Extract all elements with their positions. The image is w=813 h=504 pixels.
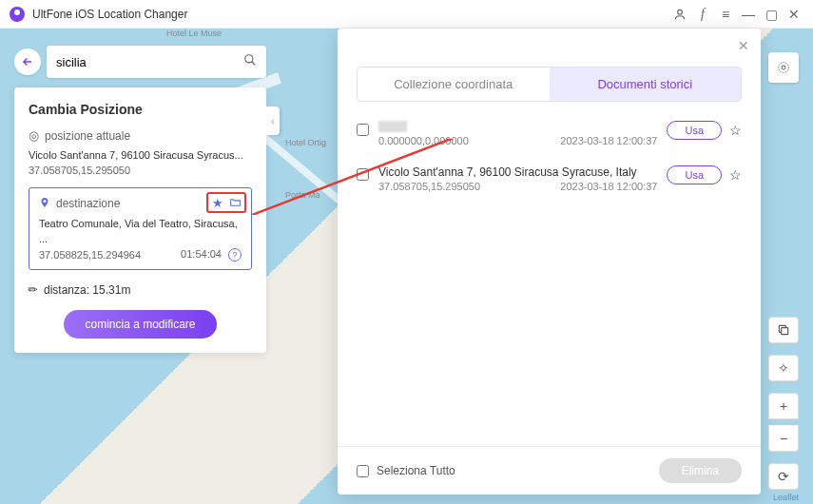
current-location-coords: 37.058705,15.295050 (29, 165, 252, 176)
facebook-icon[interactable]: f (693, 5, 712, 24)
favorite-icon[interactable]: ★ (212, 196, 223, 211)
history-popup: ✕ Collezione coordinata Documenti storic… (338, 29, 761, 494)
destination-time: 01:54:04 (181, 248, 222, 260)
destination-coords: 37.058825,15.294964 (39, 249, 141, 261)
current-location-address: Vicolo Sant'anna 7, 96100 Siracusa Syrac… (29, 148, 252, 163)
account-icon[interactable] (670, 5, 689, 24)
location-panel: ‹ Cambia Posizione ◎ posizione attuale V… (14, 87, 266, 353)
maximize-icon[interactable]: ▢ (762, 5, 781, 24)
close-icon[interactable]: ✕ (784, 5, 803, 24)
favorite-outline-icon[interactable]: ☆ (729, 123, 742, 138)
distance-label: distanza: 15.31m (44, 283, 130, 297)
close-popup-icon[interactable]: ✕ (738, 38, 749, 53)
svg-point-4 (779, 63, 789, 73)
select-all-label: Seleziona Tutto (377, 464, 455, 477)
zoom-out-button[interactable]: − (768, 425, 799, 452)
destination-block: destinazione ★ Teatro Comunale, Via del … (29, 187, 252, 270)
history-item: 0.000000,0.000000 2023-03-18 12:00:37 Us… (357, 111, 742, 156)
blurred-address (378, 121, 407, 132)
panel-heading: Cambia Posizione (29, 102, 252, 117)
collapse-panel-button[interactable]: ‹ (266, 107, 280, 135)
start-modify-button[interactable]: comincia a modificare (64, 310, 216, 339)
delete-button[interactable]: Elimina (659, 458, 742, 483)
back-button[interactable] (14, 48, 41, 75)
history-coords: 0.000000,0.000000 (378, 135, 469, 146)
favorite-outline-icon[interactable]: ☆ (729, 167, 742, 183)
title-bar: UltFone iOS Location Changer f ≡ — ▢ ✕ (0, 0, 813, 29)
search-input[interactable] (56, 55, 243, 69)
menu-icon[interactable]: ≡ (716, 5, 735, 24)
target-icon: ◎ (29, 128, 39, 143)
search-icon[interactable] (243, 53, 257, 70)
tab-collection[interactable]: Collezione coordinata (358, 68, 550, 101)
map-attribution[interactable]: Leaflet (773, 493, 799, 502)
history-item: Vicolo Sant'anna 7, 96100 Siracusa Syrac… (357, 156, 742, 202)
current-location-label: posizione attuale (45, 129, 130, 143)
svg-point-0 (678, 10, 683, 14)
zoom-in-button[interactable]: + (768, 393, 799, 419)
pin-icon (39, 197, 50, 211)
history-coords: 37.058705,15.295050 (378, 181, 480, 192)
select-all-checkbox[interactable] (357, 465, 369, 477)
select-all-row[interactable]: Seleziona Tutto (357, 464, 455, 477)
map-poi-label: Porta Ma (285, 190, 320, 200)
map-poi-label: Hotel Ortig (285, 138, 326, 147)
help-icon[interactable]: ? (228, 248, 242, 262)
copy-tool-icon[interactable] (768, 317, 799, 343)
app-logo-icon (10, 7, 25, 22)
history-timestamp: 2023-03-18 12:00:37 (560, 135, 657, 146)
svg-point-1 (245, 55, 253, 63)
destination-label: destinazione (56, 197, 120, 210)
ruler-icon: ✎ (26, 282, 42, 299)
use-button[interactable]: Usa (667, 121, 722, 140)
use-button[interactable]: Usa (667, 165, 722, 184)
history-item-checkbox[interactable] (357, 124, 369, 136)
mode-tool-icon[interactable] (768, 52, 799, 83)
svg-point-3 (782, 66, 785, 69)
app-title: UltFone iOS Location Changer (32, 8, 667, 21)
svg-rect-5 (782, 328, 788, 335)
folder-icon[interactable] (229, 196, 242, 211)
history-item-checkbox[interactable] (357, 168, 369, 181)
search-box[interactable] (47, 46, 266, 78)
map-poi-label: Hotel Le Muse (166, 29, 222, 38)
tab-history[interactable]: Documenti storici (550, 68, 742, 101)
history-timestamp: 2023-03-18 12:00:37 (560, 181, 657, 192)
refresh-tool-icon[interactable]: ⟳ (768, 463, 799, 490)
destination-address: Teatro Comunale, Via del Teatro, Siracus… (39, 217, 242, 246)
minimize-icon[interactable]: — (739, 5, 758, 24)
current-location-block: ◎ posizione attuale Vicolo Sant'anna 7, … (29, 128, 252, 176)
locate-tool-icon[interactable]: ✧ (768, 355, 799, 381)
history-address: Vicolo Sant'anna 7, 96100 Siracusa Syrac… (378, 165, 657, 179)
